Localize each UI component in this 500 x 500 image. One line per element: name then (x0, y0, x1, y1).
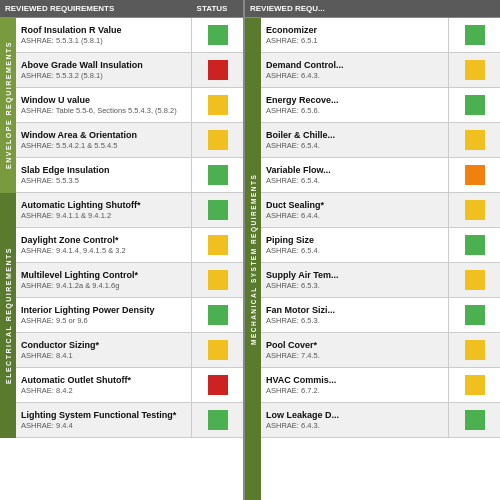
status-cell (448, 18, 500, 52)
row-content: Above Grade Wall Insulation ASHRAE: 5.5.… (16, 53, 191, 87)
row-ref: ASHRAE: 9.4.1.4, 9.4.1.5 & 3.2 (21, 246, 186, 255)
left-header: REVIEWED REQUIREMENTS STATUS (0, 0, 243, 18)
status-cell (191, 298, 243, 332)
row-ref: ASHRAE: 5.5.3.5 (21, 176, 186, 185)
row-ref: ASHRAE: 6.7.2. (266, 386, 443, 395)
row-ref: ASHRAE: 6.5.6. (266, 106, 443, 115)
right-panel: REVIEWED REQU... MECHANICAL SYSTEM REQUI… (245, 0, 500, 500)
row-content: Duct Sealing* ASHRAE: 6.4.4. (261, 193, 448, 227)
table-row: HVAC Commis... ASHRAE: 6.7.2. (261, 368, 500, 403)
row-title: Automatic Outlet Shutoff* (21, 375, 186, 385)
row-content: Pool Cover* ASHRAE: 7.4.5. (261, 333, 448, 367)
status-cell (191, 88, 243, 122)
left-header-status: STATUS (186, 4, 238, 13)
row-title: Supply Air Tem... (266, 270, 443, 280)
row-content: Window Area & Orientation ASHRAE: 5.5.4.… (16, 123, 191, 157)
row-content: Interior Lighting Power Density ASHRAE: … (16, 298, 191, 332)
status-indicator (465, 305, 485, 325)
row-ref: ASHRAE: 5.5.3.1 (5.8.1) (21, 36, 186, 45)
electrical-group: ELECTRICAL REQUIREMENTS Automatic Lighti… (0, 193, 243, 438)
row-content: Supply Air Tem... ASHRAE: 6.5.3. (261, 263, 448, 297)
row-ref: ASHRAE: 5.5.3.2 (5.8.1) (21, 71, 186, 80)
table-row: Conductor Sizing* ASHRAE: 8.4.1 (16, 333, 243, 368)
status-cell (448, 193, 500, 227)
table-row: Daylight Zone Control* ASHRAE: 9.4.1.4, … (16, 228, 243, 263)
row-content: Multilevel Lighting Control* ASHRAE: 9.4… (16, 263, 191, 297)
status-indicator (465, 200, 485, 220)
row-title: Daylight Zone Control* (21, 235, 186, 245)
row-title: Economizer (266, 25, 443, 35)
row-ref: ASHRAE: 9.5 or 9.6 (21, 316, 186, 325)
row-ref: ASHRAE: 5.5.4.2.1 & 5.5.4.5 (21, 141, 186, 150)
row-ref: ASHRAE: 6.4.3. (266, 421, 443, 430)
main-layout: REVIEWED REQUIREMENTS STATUS ENVELOPE RE… (0, 0, 500, 500)
status-cell (448, 228, 500, 262)
status-indicator (208, 410, 228, 430)
row-ref: ASHRAE: 6.5.4. (266, 246, 443, 255)
envelope-group: ENVELOPE REQUIREMENTS Roof Insulation R … (0, 18, 243, 193)
electrical-label: ELECTRICAL REQUIREMENTS (0, 193, 16, 438)
status-indicator (208, 165, 228, 185)
row-content: HVAC Commis... ASHRAE: 6.7.2. (261, 368, 448, 402)
table-row: Demand Control... ASHRAE: 6.4.3. (261, 53, 500, 88)
row-content: Demand Control... ASHRAE: 6.4.3. (261, 53, 448, 87)
row-title: Automatic Lighting Shutoff* (21, 200, 186, 210)
table-row: Multilevel Lighting Control* ASHRAE: 9.4… (16, 263, 243, 298)
row-title: Duct Sealing* (266, 200, 443, 210)
row-title: Fan Motor Sizi... (266, 305, 443, 315)
mechanical-rows: Economizer ASHRAE: 6.5.1 Demand Control.… (261, 18, 500, 500)
left-header-req: REVIEWED REQUIREMENTS (5, 4, 186, 13)
table-row: Pool Cover* ASHRAE: 7.4.5. (261, 333, 500, 368)
row-ref: ASHRAE: 9.4.1.2a & 9.4.1.6g (21, 281, 186, 290)
table-row: Energy Recove... ASHRAE: 6.5.6. (261, 88, 500, 123)
right-header-req: REVIEWED REQU... (250, 4, 495, 13)
status-indicator (208, 25, 228, 45)
row-title: Window U value (21, 95, 186, 105)
status-cell (191, 123, 243, 157)
table-row: Economizer ASHRAE: 6.5.1 (261, 18, 500, 53)
row-ref: ASHRAE: 8.4.1 (21, 351, 186, 360)
envelope-label: ENVELOPE REQUIREMENTS (0, 18, 16, 193)
row-content: Variable Flow... ASHRAE: 6.5.4. (261, 158, 448, 192)
status-indicator (208, 375, 228, 395)
row-title: Lighting System Functional Testing* (21, 410, 186, 420)
table-row: Fan Motor Sizi... ASHRAE: 6.5.3. (261, 298, 500, 333)
status-indicator (465, 95, 485, 115)
row-ref: ASHRAE: 6.5.3. (266, 316, 443, 325)
status-cell (448, 333, 500, 367)
row-content: Automatic Outlet Shutoff* ASHRAE: 8.4.2 (16, 368, 191, 402)
status-indicator (465, 25, 485, 45)
table-row: Automatic Lighting Shutoff* ASHRAE: 9.4.… (16, 193, 243, 228)
table-row: Duct Sealing* ASHRAE: 6.4.4. (261, 193, 500, 228)
table-row: Automatic Outlet Shutoff* ASHRAE: 8.4.2 (16, 368, 243, 403)
status-indicator (208, 60, 228, 80)
row-title: Variable Flow... (266, 165, 443, 175)
table-row: Piping Size ASHRAE: 6.5.4. (261, 228, 500, 263)
row-title: Energy Recove... (266, 95, 443, 105)
status-cell (448, 123, 500, 157)
row-content: Lighting System Functional Testing* ASHR… (16, 403, 191, 437)
row-title: Roof Insulation R Value (21, 25, 186, 35)
row-content: Piping Size ASHRAE: 6.5.4. (261, 228, 448, 262)
row-title: Slab Edge Insulation (21, 165, 186, 175)
row-content: Roof Insulation R Value ASHRAE: 5.5.3.1 … (16, 18, 191, 52)
table-row: Window U value ASHRAE: Table 5.5-6, Sect… (16, 88, 243, 123)
row-title: Interior Lighting Power Density (21, 305, 186, 315)
table-row: Variable Flow... ASHRAE: 6.5.4. (261, 158, 500, 193)
table-row: Low Leakage D... ASHRAE: 6.4.3. (261, 403, 500, 438)
row-title: Low Leakage D... (266, 410, 443, 420)
row-title: Pool Cover* (266, 340, 443, 350)
status-indicator (465, 130, 485, 150)
table-row: Lighting System Functional Testing* ASHR… (16, 403, 243, 438)
row-title: Boiler & Chille... (266, 130, 443, 140)
status-indicator (465, 270, 485, 290)
table-row: Roof Insulation R Value ASHRAE: 5.5.3.1 … (16, 18, 243, 53)
status-indicator (465, 340, 485, 360)
row-title: Above Grade Wall Insulation (21, 60, 186, 70)
row-ref: ASHRAE: 6.5.4. (266, 176, 443, 185)
row-content: Low Leakage D... ASHRAE: 6.4.3. (261, 403, 448, 437)
row-title: HVAC Commis... (266, 375, 443, 385)
row-content: Window U value ASHRAE: Table 5.5-6, Sect… (16, 88, 191, 122)
row-content: Slab Edge Insulation ASHRAE: 5.5.3.5 (16, 158, 191, 192)
status-cell (448, 88, 500, 122)
